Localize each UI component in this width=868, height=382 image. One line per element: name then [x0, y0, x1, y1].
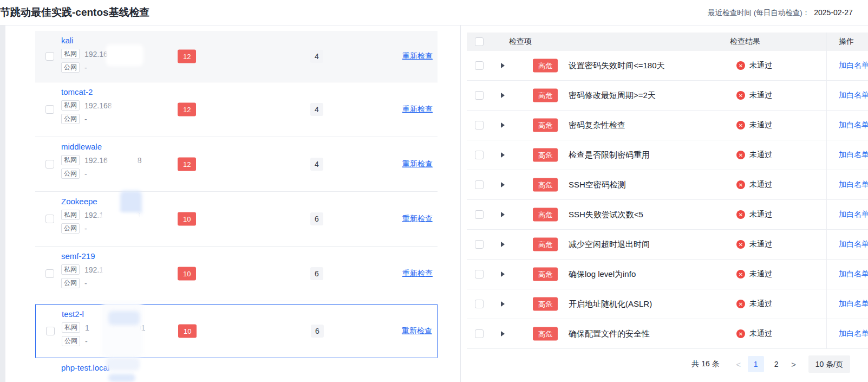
- server-row[interactable]: tomcat-2 私网 192.168 公网 - 12 4 重新检查: [35, 82, 438, 137]
- add-whitelist-link[interactable]: 加白名单: [839, 210, 868, 219]
- page-title: 节跳动最佳实践-centos基线检查: [0, 5, 150, 20]
- page-button-1[interactable]: 1: [748, 356, 764, 372]
- add-whitelist-link[interactable]: 加白名单: [839, 90, 868, 100]
- check-result: ✕ 未通过: [736, 150, 772, 160]
- add-whitelist-link[interactable]: 加白名单: [839, 120, 868, 130]
- risk-count-badge: 12: [178, 50, 196, 63]
- public-ip-value: -: [85, 337, 88, 346]
- page-size-select[interactable]: 10 条/页: [808, 355, 850, 373]
- expand-arrow-icon[interactable]: [501, 93, 505, 98]
- check-row-checkbox[interactable]: [475, 329, 484, 338]
- check-table-header: 检查项 检查结果 操作: [467, 33, 868, 51]
- check-result: ✕ 未通过: [736, 329, 772, 339]
- server-name-link[interactable]: php-test.local: [61, 363, 109, 372]
- expand-arrow-icon[interactable]: [501, 331, 505, 336]
- server-row[interactable]: kali 私网 192.16 公网 - 12 4 重新检查: [35, 31, 438, 82]
- add-whitelist-link[interactable]: 加白名单: [839, 61, 868, 70]
- select-all-checkbox[interactable]: [475, 37, 484, 46]
- server-row-checkbox[interactable]: [45, 105, 54, 114]
- result-text: 未通过: [749, 210, 772, 219]
- private-ip-line: 私网 192.16: [61, 49, 108, 59]
- server-row-checkbox[interactable]: [45, 52, 54, 61]
- server-name-link[interactable]: kali: [61, 36, 74, 45]
- recheck-link[interactable]: 重新检查: [402, 105, 433, 114]
- private-ip-value: 192.16: [84, 50, 108, 59]
- private-ip-line: 私网 192.1: [61, 264, 103, 275]
- public-ip-value: -: [84, 63, 87, 72]
- page-button-2[interactable]: 2: [768, 356, 785, 372]
- public-network-tag: 公网: [62, 336, 80, 346]
- server-name-link[interactable]: Zookeepe: [61, 197, 97, 206]
- server-name-link[interactable]: middlewale: [61, 142, 102, 151]
- header-check-item: 检查项: [509, 37, 532, 47]
- expand-arrow-icon[interactable]: [501, 301, 505, 307]
- other-count-chip: 6: [311, 325, 324, 338]
- server-meta: 私网 101 公网 -: [62, 322, 145, 346]
- expand-arrow-icon[interactable]: [501, 63, 505, 68]
- expand-arrow-icon[interactable]: [501, 242, 505, 247]
- risk-count-badge: 10: [178, 212, 196, 226]
- server-row-checkbox[interactable]: [45, 215, 54, 223]
- check-table-body: 高危 设置密码失效时间<=180天 ✕ 未通过 加白名单 高危 密码修改最短周期…: [467, 51, 868, 349]
- check-row-checkbox[interactable]: [475, 300, 484, 308]
- fail-x-icon: ✕: [736, 180, 745, 189]
- check-row-checkbox[interactable]: [475, 240, 484, 249]
- recheck-link[interactable]: 重新检查: [402, 159, 433, 169]
- expand-arrow-icon[interactable]: [501, 122, 505, 128]
- add-whitelist-link[interactable]: 加白名单: [839, 269, 868, 279]
- check-item-text: 确保配置文件的安全性: [569, 329, 650, 339]
- server-row-checkbox[interactable]: [45, 160, 54, 169]
- recheck-link[interactable]: 重新检查: [402, 326, 432, 336]
- server-row[interactable]: semf-219 私网 192.1 公网 - 10 6 重新检查: [35, 247, 438, 301]
- check-row-checkbox[interactable]: [475, 210, 484, 219]
- recheck-link[interactable]: 重新检查: [402, 214, 433, 224]
- add-whitelist-link[interactable]: 加白名单: [839, 150, 868, 160]
- recheck-link[interactable]: 重新检查: [402, 269, 433, 279]
- server-row[interactable]: Zookeepe 私网 192.13 公网 - 10 6 重新检查: [35, 192, 438, 247]
- prev-page-button[interactable]: <: [732, 360, 746, 369]
- check-row: 高危 开启地址随机化(ASLR) ✕ 未通过 加白名单: [467, 289, 868, 319]
- risk-count-badge: 12: [178, 103, 196, 116]
- private-ip-value: 101: [85, 323, 145, 332]
- check-row-checkbox[interactable]: [475, 61, 484, 70]
- add-whitelist-link[interactable]: 加白名单: [839, 299, 868, 309]
- expand-arrow-icon[interactable]: [501, 212, 505, 217]
- server-name-link[interactable]: semf-219: [61, 251, 95, 261]
- add-whitelist-link[interactable]: 加白名单: [839, 329, 868, 339]
- add-whitelist-link[interactable]: 加白名单: [839, 239, 868, 249]
- severity-badge: 高危: [533, 119, 558, 132]
- next-page-button[interactable]: >: [787, 360, 801, 369]
- server-name-link[interactable]: test2-l...: [62, 309, 137, 319]
- check-row: 高危 SSH失败尝试次数<5 ✕ 未通过 加白名单: [467, 200, 868, 230]
- header-check-result: 检查结果: [730, 37, 760, 47]
- expand-arrow-icon[interactable]: [501, 182, 505, 187]
- check-row-checkbox[interactable]: [475, 270, 484, 279]
- server-info: tomcat-2 私网 192.168 公网 -: [61, 87, 112, 124]
- server-row[interactable]: test2-l... 私网 101 公网 - 10 6 重新检查: [35, 304, 438, 358]
- check-row-checkbox[interactable]: [475, 91, 484, 100]
- check-item-text: 设置密码失效时间<=180天: [569, 61, 665, 71]
- severity-badge: 高危: [533, 327, 558, 341]
- server-row-checkbox[interactable]: [45, 269, 54, 278]
- check-row-checkbox[interactable]: [475, 151, 484, 159]
- add-whitelist-link[interactable]: 加白名单: [839, 180, 868, 190]
- server-row[interactable]: middlewale 私网 192.168 公网 - 12 4 重新检查: [35, 137, 438, 192]
- expand-arrow-icon[interactable]: [501, 152, 505, 158]
- check-row-checkbox[interactable]: [475, 180, 484, 189]
- server-name-link[interactable]: tomcat-2: [61, 87, 93, 96]
- result-text: 未通过: [749, 239, 772, 249]
- header-action: 操作: [839, 37, 854, 47]
- recheck-link[interactable]: 重新检查: [402, 51, 433, 61]
- server-meta: 私网 192.1 公网 -: [61, 264, 103, 288]
- expand-arrow-icon[interactable]: [501, 271, 505, 277]
- public-network-tag: 公网: [61, 278, 80, 288]
- check-row-checkbox[interactable]: [475, 121, 484, 130]
- server-row[interactable]: php-test.local 私网 公网 重新检查: [35, 358, 438, 382]
- check-row: 高危 SSH空密码检测 ✕ 未通过 加白名单: [467, 170, 868, 200]
- pagination: 共 16 条 < 1 2 > 10 条/页: [691, 351, 850, 377]
- server-row-checkbox[interactable]: [46, 327, 55, 335]
- check-result: ✕ 未通过: [736, 120, 772, 130]
- server-meta: 私网 192.168 公网 -: [61, 100, 112, 124]
- risk-count-badge: 12: [178, 158, 196, 171]
- check-row: 高危 设置密码失效时间<=180天 ✕ 未通过 加白名单: [467, 51, 868, 81]
